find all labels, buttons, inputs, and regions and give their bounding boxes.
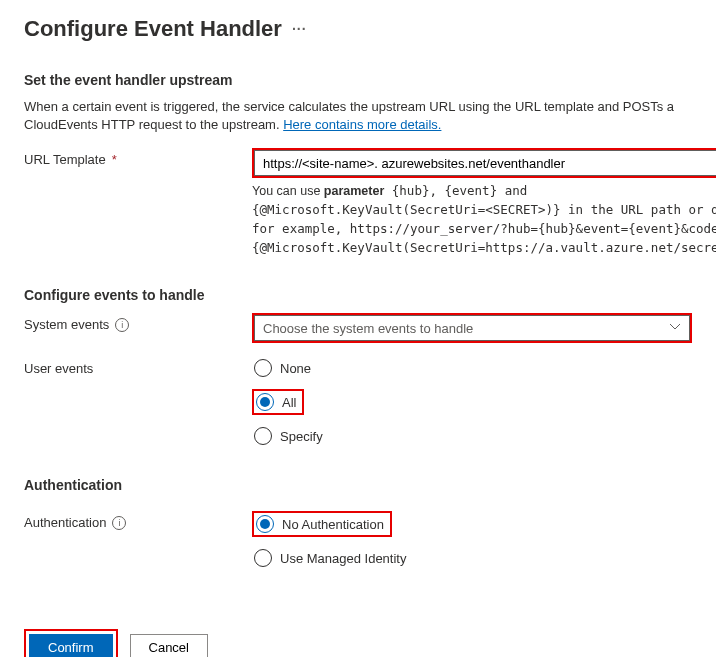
user-events-label: User events	[24, 361, 93, 376]
upstream-description: When a certain event is triggered, the s…	[24, 98, 692, 134]
authentication-label: Authentication	[24, 515, 106, 530]
system-events-dropdown[interactable]: Choose the system events to handle	[254, 315, 690, 341]
radio-auth-managed[interactable]: Use Managed Identity	[252, 547, 692, 569]
url-template-label: URL Template	[24, 152, 106, 167]
radio-label-managed: Use Managed Identity	[280, 551, 406, 566]
radio-auth-none[interactable]: No Authentication	[256, 515, 384, 533]
radio-label-no-auth: No Authentication	[282, 517, 384, 532]
info-icon[interactable]: i	[112, 516, 126, 530]
page-title: Configure Event Handler	[24, 16, 282, 42]
section-events-heading: Configure events to handle	[24, 287, 692, 303]
info-icon[interactable]: i	[115, 318, 129, 332]
radio-user-none[interactable]: None	[252, 357, 692, 379]
system-events-placeholder: Choose the system events to handle	[263, 321, 473, 336]
more-options-icon[interactable]: ···	[292, 21, 307, 37]
radio-label-none: None	[280, 361, 311, 376]
system-events-label: System events	[24, 317, 109, 332]
url-template-help: You can use parameter {hub}, {event} and…	[252, 182, 716, 257]
confirm-button[interactable]: Confirm	[29, 634, 113, 657]
radio-label-all: All	[282, 395, 296, 410]
section-auth-heading: Authentication	[24, 477, 692, 493]
url-template-input[interactable]	[254, 150, 716, 176]
section-upstream-heading: Set the event handler upstream	[24, 72, 692, 88]
radio-user-specify[interactable]: Specify	[252, 425, 692, 447]
details-link[interactable]: Here contains more details.	[283, 117, 441, 132]
chevron-down-icon	[669, 321, 681, 336]
cancel-button[interactable]: Cancel	[130, 634, 208, 657]
radio-user-all[interactable]: All	[256, 393, 296, 411]
required-indicator: *	[112, 152, 117, 167]
radio-label-specify: Specify	[280, 429, 323, 444]
